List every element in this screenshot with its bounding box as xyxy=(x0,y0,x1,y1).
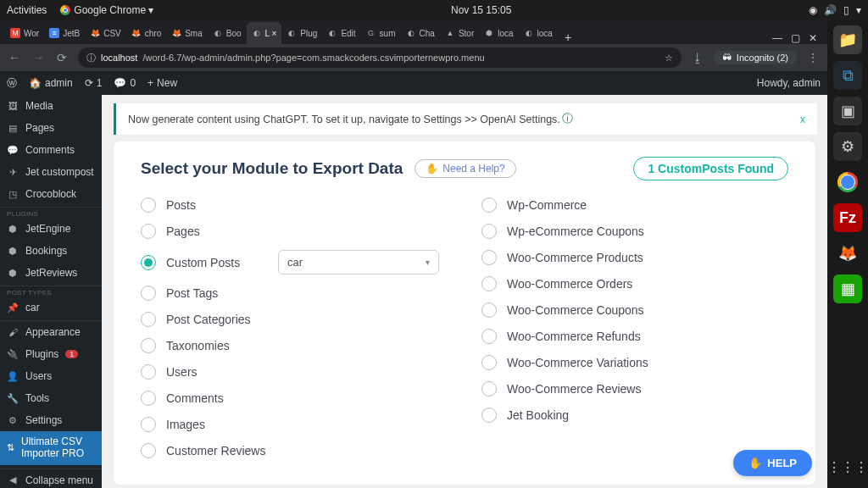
info-icon[interactable]: ⓘ xyxy=(562,112,573,126)
browser-tab[interactable]: ◐loca xyxy=(519,22,558,44)
browser-tab[interactable]: ▲Stor xyxy=(440,22,479,44)
module-option-comments[interactable]: Comments xyxy=(141,391,448,406)
maximize-button[interactable]: ▢ xyxy=(791,32,800,44)
module-option-wp-ecommerce-coupons[interactable]: Wp-eCommerce Coupons xyxy=(481,224,788,239)
network-icon[interactable]: ◉ xyxy=(809,4,817,16)
sidebar-item-pages[interactable]: ▤Pages xyxy=(0,117,102,139)
dock-vscode[interactable]: ⧉ xyxy=(833,61,862,90)
howdy-user[interactable]: Howdy, admin xyxy=(757,77,821,89)
sidebar-item-plugins[interactable]: 🔌Plugins1 xyxy=(0,343,102,365)
module-option-woo-commerce-variations[interactable]: Woo-Commerce Variations xyxy=(481,355,788,370)
module-option-customer-reviews[interactable]: Customer Reviews xyxy=(141,443,448,458)
sidebar-item-settings[interactable]: ⚙Settings xyxy=(0,409,102,431)
sidebar-item-jet-custompost[interactable]: ✈Jet custompost xyxy=(0,161,102,183)
dock-calc[interactable]: ▦ xyxy=(833,274,862,303)
incognito-chip[interactable]: 🕶Incognito (2) xyxy=(714,51,797,64)
reload-button[interactable]: ⟳ xyxy=(54,51,70,64)
menu-icon: ⬢ xyxy=(7,267,19,279)
back-button[interactable]: ← xyxy=(7,51,22,64)
sidebar-item-jetreviews[interactable]: ⬢JetReviews xyxy=(0,262,102,284)
dock-settings[interactable]: ⚙ xyxy=(833,132,862,161)
new-tab-button[interactable]: + xyxy=(558,30,578,44)
sidebar-item-bookings[interactable]: ⬢Bookings xyxy=(0,240,102,262)
updates-count[interactable]: ⟳ 1 xyxy=(85,77,103,89)
sidebar-item-users[interactable]: 👤Users xyxy=(0,365,102,387)
browser-tab[interactable]: ⬢loca xyxy=(479,22,518,44)
dock-show-apps[interactable]: ⋮⋮⋮ xyxy=(833,452,862,481)
active-app[interactable]: Google Chrome ▾ xyxy=(60,4,153,16)
activities-button[interactable]: Activities xyxy=(7,4,47,16)
browser-tab[interactable]: ◐Edit xyxy=(322,22,360,44)
sidebar-item-comments[interactable]: 💬Comments xyxy=(0,139,102,161)
clock[interactable]: Nov 15 15:05 xyxy=(153,4,809,16)
browser-tab[interactable]: 🦊Sma xyxy=(166,22,208,44)
browser-tab[interactable]: ◐Plug xyxy=(281,22,322,44)
comments-count[interactable]: 💬 0 xyxy=(114,77,136,89)
close-window-button[interactable]: ✕ xyxy=(809,32,817,44)
menu-icon: 🔧 xyxy=(7,392,19,404)
radio-icon xyxy=(141,224,156,239)
sidebar-item-tools[interactable]: 🔧Tools xyxy=(0,387,102,409)
download-icon[interactable]: ⭳ xyxy=(690,51,705,64)
browser-tab[interactable]: ≡JetB xyxy=(44,22,85,44)
browser-tab[interactable]: Gsum xyxy=(361,22,401,44)
module-option-custom-posts[interactable]: Custom Postscar▾ xyxy=(141,250,448,274)
notice-text: Now generate content using ChatGPT. To s… xyxy=(128,114,560,125)
module-option-posts[interactable]: Posts xyxy=(141,197,448,213)
browser-tab[interactable]: 🦊chro xyxy=(126,22,166,44)
browser-tab[interactable]: MWor xyxy=(5,22,44,44)
module-option-woo-commerce-products[interactable]: Woo-Commerce Products xyxy=(481,250,788,265)
browser-tab[interactable]: 🦊CSV xyxy=(85,22,126,44)
audio-icon[interactable]: 🔊 xyxy=(824,4,837,16)
chrome-menu-icon[interactable]: ⋮ xyxy=(805,51,821,64)
sidebar-item-crocoblock[interactable]: ◳Crocoblock xyxy=(0,183,102,205)
sidebar-separator: PLUGINS xyxy=(0,207,102,218)
address-bar[interactable]: ⓘ localhost/word-6.7/wp-admin/admin.php?… xyxy=(78,47,682,68)
sidebar-item-media[interactable]: 🖼Media xyxy=(0,95,102,117)
battery-icon[interactable]: ▯ xyxy=(843,4,849,16)
menu-icon: ▤ xyxy=(7,122,19,134)
sidebar-item-jetengine[interactable]: ⬢JetEngine xyxy=(0,218,102,240)
browser-tab[interactable]: ◐Boo xyxy=(208,22,247,44)
browser-tab[interactable]: ◐L × xyxy=(247,22,282,44)
module-option-post-tags[interactable]: Post Tags xyxy=(141,286,448,301)
sidebar-item-csv-importer[interactable]: ⇅Ultimate CSV Importer PRO xyxy=(0,431,102,465)
collapse-menu[interactable]: ◀Collapse menu xyxy=(0,469,102,488)
url-host: localhost xyxy=(101,53,137,63)
module-option-users[interactable]: Users xyxy=(141,364,448,380)
module-option-woo-commerce-refunds[interactable]: Woo-Commerce Refunds xyxy=(481,329,788,344)
need-help-button[interactable]: ✋Need a Help? xyxy=(415,159,515,178)
forward-button[interactable]: → xyxy=(31,51,46,64)
module-option-pages[interactable]: Pages xyxy=(141,224,448,239)
power-icon[interactable]: ▾ xyxy=(856,4,861,16)
results-count: 1 CustomPosts Found xyxy=(633,157,788,180)
module-option-images[interactable]: Images xyxy=(141,417,448,432)
url-path: /word-6.7/wp-admin/admin.php?page=com.sm… xyxy=(142,53,484,63)
dismiss-notice[interactable]: x xyxy=(800,114,805,125)
site-name[interactable]: 🏠 admin xyxy=(29,77,73,89)
bookmark-icon[interactable]: ☆ xyxy=(665,53,673,64)
browser-tab[interactable]: ◐Cha xyxy=(401,22,440,44)
help-fab[interactable]: ✋HELP xyxy=(733,450,812,476)
module-option-woo-commerce-coupons[interactable]: Woo-Commerce Coupons xyxy=(481,302,788,318)
custom-post-select[interactable]: car▾ xyxy=(278,250,439,274)
wp-logo[interactable]: ⓦ xyxy=(7,76,17,91)
new-content[interactable]: + New xyxy=(147,77,177,89)
dock-firefox[interactable]: 🦊 xyxy=(833,239,862,268)
module-option-taxonomies[interactable]: Taxonomies xyxy=(141,338,448,353)
sidebar-item-car[interactable]: 📌car xyxy=(0,297,102,319)
module-option-jet-booking[interactable]: Jet Booking xyxy=(481,408,788,423)
dock-terminal[interactable]: ▣ xyxy=(833,97,862,125)
module-option-woo-commerce-orders[interactable]: Woo-Commerce Orders xyxy=(481,276,788,291)
incognito-icon: 🕶 xyxy=(722,53,732,63)
module-option-wp-commerce[interactable]: Wp-Commerce xyxy=(481,197,788,213)
minimize-button[interactable]: — xyxy=(772,32,782,44)
module-option-post-categories[interactable]: Post Categories xyxy=(141,312,448,327)
module-column-2: Wp-CommerceWp-eCommerce CouponsWoo-Comme… xyxy=(481,197,788,469)
dock-chrome[interactable] xyxy=(833,168,862,197)
dock-files[interactable]: 📁 xyxy=(833,25,862,54)
site-info-icon[interactable]: ⓘ xyxy=(86,52,96,64)
sidebar-item-appearance[interactable]: 🖌Appearance xyxy=(0,321,102,343)
dock-filezilla[interactable]: Fz xyxy=(833,203,862,232)
module-option-woo-commerce-reviews[interactable]: Woo-Commerce Reviews xyxy=(481,381,788,396)
